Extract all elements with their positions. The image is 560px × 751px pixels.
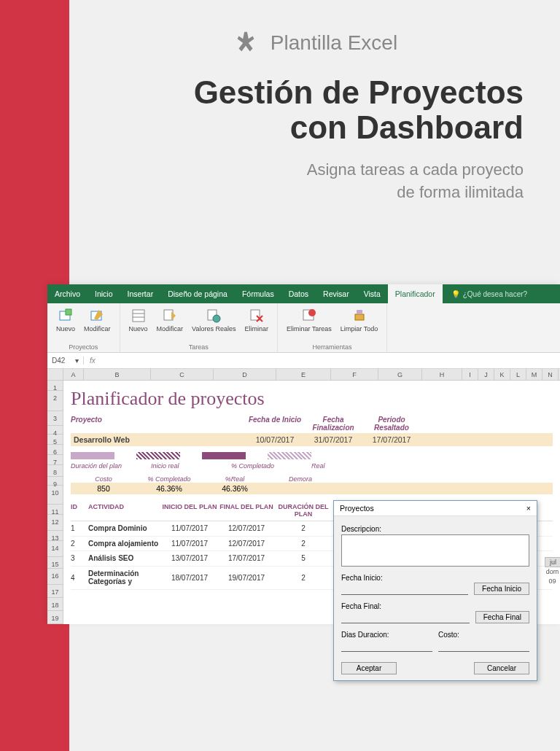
col-f[interactable]: F [331,369,378,380]
ribbon-nueva-tarea[interactable]: Nuevo [126,306,151,343]
descripcion-input[interactable] [341,534,529,567]
tab-inicio[interactable]: Inicio [88,284,120,303]
ribbon-group-tareas: Nuevo Modificar Valores Reales Eliminar … [120,303,278,352]
pct-complete-cell[interactable]: 46.36% [136,484,202,493]
col-d[interactable]: D [214,369,276,380]
col-b[interactable]: B [84,369,151,380]
page-title: Gestión de Proyectos con Dashboard [106,75,524,146]
values-icon [206,308,222,324]
snap-icon [232,29,260,57]
col-j[interactable]: J [478,369,494,380]
ribbon-nuevo-proyecto[interactable]: Nuevo [53,306,78,343]
delete-tasks-icon [301,308,317,324]
select-all-corner[interactable] [47,369,63,380]
fecha-final-button[interactable]: Fecha Final [475,611,529,623]
col-n[interactable]: N [542,369,559,380]
fecha-inicio-input[interactable] [341,583,468,595]
col-h[interactable]: H [422,369,462,380]
desc-label: Descripcion: [341,525,529,533]
row-headers: 1 2 3 4 5 6 7 8 9 10 11 12 13 14 15 16 1… [47,381,63,624]
fx-label: fx [84,357,101,365]
legend-bars [71,452,553,459]
end-date-cell[interactable]: 31/07/2017 [304,435,362,444]
col-m[interactable]: M [526,369,542,380]
costo-label: Costo: [438,631,529,639]
dias-duracion-label: Dias Duracion: [341,631,432,639]
dialog-titlebar[interactable]: Proyectos × [334,501,537,516]
cancelar-button[interactable]: Cancelar [474,662,529,674]
ribbon-limpiar-todo[interactable]: Limpiar Todo [338,306,381,343]
period-cell[interactable]: 17/07/2017 [362,435,421,444]
tab-diseno[interactable]: Diseño de página [160,284,235,303]
edit-task-icon [162,308,178,324]
col-c[interactable]: C [151,369,214,380]
tab-revisar[interactable]: Revisar [316,284,357,303]
name-box[interactable]: D42▾ [47,357,84,365]
svg-point-8 [213,315,220,322]
bar-real-start [136,452,180,459]
costo-input[interactable] [438,640,529,652]
stats-row: 850 46.36% 46.36% [71,483,553,494]
fecha-inicio-label: Fecha Inicio: [341,574,468,582]
clear-all-icon [351,308,368,324]
formula-bar: D42▾ fx [47,353,560,369]
bar-plan-duration [71,452,114,459]
dias-duracion-input[interactable] [341,640,432,652]
ribbon-eliminar-tarea[interactable]: Eliminar [241,306,271,343]
fecha-final-input[interactable] [341,612,470,623]
bar-real [268,452,311,459]
tab-insertar[interactable]: Insertar [120,284,161,303]
brand-row: Plantilla Excel [106,29,524,57]
project-header-row: Proyecto Fecha de Inicio Fecha Finalizac… [71,416,553,432]
project-data-row: Desarrollo Web 10/07/2017 31/07/2017 17/… [71,433,553,446]
svg-rect-9 [251,310,260,320]
dropdown-icon: ▾ [75,357,79,365]
planner-title: Planificador de proyectos [71,388,553,410]
project-name-cell[interactable]: Desarrollo Web [71,435,246,444]
cost-cell[interactable]: 850 [71,484,136,493]
tell-me-search[interactable]: 💡 ¿Qué desea hacer? [451,290,527,298]
ribbon-modificar-proyecto[interactable]: Modificar [81,306,114,343]
ribbon-modificar-tarea[interactable]: Modificar [154,306,187,343]
aceptar-button[interactable]: Aceptar [341,662,397,674]
new-task-icon [131,308,147,324]
delay-cell[interactable] [268,484,333,493]
spreadsheet-grid: A B C D E F G H I J K L M N 1 2 3 4 5 6 … [47,369,560,624]
ribbon-valores-reales[interactable]: Valores Reales [189,306,238,343]
pct-real-cell[interactable]: 46.36% [202,484,268,493]
tab-planificador[interactable]: Planificador [388,284,443,303]
legend-labels: Duración del plan Inicio real % Completa… [71,462,553,470]
col-e[interactable]: E [276,369,331,380]
close-icon[interactable]: × [526,504,531,513]
svg-rect-13 [357,310,362,314]
proyectos-dialog: Proyectos × Descripcion: Fecha Inicio: F… [333,500,537,681]
dialog-title-text: Proyectos [340,504,374,513]
tab-archivo[interactable]: Archivo [47,284,88,303]
ribbon-group-proyectos: Nuevo Modificar Proyectos [47,303,120,352]
svg-rect-12 [355,314,364,320]
col-k[interactable]: K [494,369,510,380]
fecha-inicio-button[interactable]: Fecha Inicio [474,583,529,595]
ribbon-eliminar-tareas[interactable]: Eliminar Tareas [284,306,335,343]
ribbon-group-herramientas: Eliminar Tareas Limpiar Todo Herramienta… [278,303,387,352]
gantt-timeline: jul domlunmarmiéjuevie 091011121314 [545,557,560,643]
start-date-cell[interactable]: 10/07/2017 [246,435,304,444]
bar-pct-complete [202,452,246,459]
brand-text: Plantilla Excel [271,31,397,55]
promo-header: Plantilla Excel Gestión de Proyectos con… [69,0,560,225]
svg-rect-3 [133,310,144,322]
col-g[interactable]: G [378,369,422,380]
col-i[interactable]: I [462,369,478,380]
tab-vista[interactable]: Vista [357,284,388,303]
edit-project-icon [89,308,105,324]
page-subtitle: Asigna tareas a cada proyecto de forma i… [106,159,524,204]
col-a[interactable]: A [63,369,84,380]
column-headers: A B C D E F G H I J K L M N [47,369,560,381]
tab-datos[interactable]: Datos [281,284,316,303]
col-l[interactable]: L [510,369,526,380]
excel-window: Archivo Inicio Insertar Diseño de página… [47,284,560,624]
svg-rect-1 [66,309,71,315]
tab-formulas[interactable]: Fórmulas [235,284,281,303]
svg-point-11 [308,309,316,316]
gantt-month: jul [545,557,560,567]
